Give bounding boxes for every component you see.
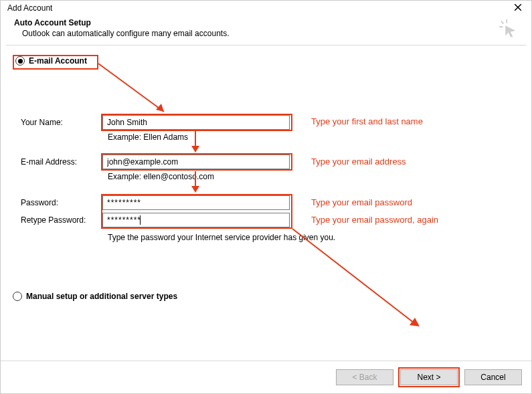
radio-icon xyxy=(13,292,22,301)
svg-line-12 xyxy=(292,229,417,325)
annotation-name: Type your first and last name xyxy=(311,116,423,126)
label-retype: Retype Password: xyxy=(21,215,86,225)
label-email-address: E-mail Address: xyxy=(21,157,77,167)
text-caret xyxy=(140,215,141,225)
your-name-input[interactable] xyxy=(102,115,290,130)
annotation-password: Type your email password xyxy=(311,197,412,207)
label-your-name: Your Name: xyxy=(21,118,63,127)
svg-marker-13 xyxy=(410,318,420,326)
example-name: Example: Ellen Adams xyxy=(108,132,188,142)
svg-marker-5 xyxy=(505,25,515,37)
window-title: Add Account xyxy=(7,3,52,13)
example-email: Example: ellen@contoso.com xyxy=(108,172,214,181)
radio-manual-setup[interactable]: Manual setup or additional server types xyxy=(13,292,177,301)
page-title: Auto Account Setup xyxy=(14,18,230,27)
retype-password-input[interactable] xyxy=(102,213,290,227)
radio-icon xyxy=(15,56,25,66)
close-icon[interactable] xyxy=(511,3,525,13)
password-input[interactable] xyxy=(102,195,290,210)
svg-marker-7 xyxy=(156,104,164,112)
next-button[interactable]: Next > xyxy=(400,369,458,385)
radio-email-account[interactable]: E-mail Account xyxy=(15,56,87,66)
password-note: Type the password your Internet service … xyxy=(108,233,335,242)
radio-email-label: E-mail Account xyxy=(29,56,87,66)
svg-line-6 xyxy=(98,64,164,112)
wizard-cursor-icon xyxy=(498,18,518,38)
annotation-email: Type your email address xyxy=(311,157,406,167)
back-button[interactable]: < Back xyxy=(336,369,393,385)
page-subtitle: Outlook can automatically configure many… xyxy=(14,29,230,38)
email-address-input[interactable] xyxy=(102,155,290,169)
svg-marker-9 xyxy=(191,146,199,153)
radio-manual-label: Manual setup or additional server types xyxy=(26,292,177,301)
svg-marker-11 xyxy=(191,186,199,193)
annotation-retype: Type your email password, again xyxy=(311,215,438,225)
cancel-button[interactable]: Cancel xyxy=(464,369,522,385)
label-password: Password: xyxy=(21,198,58,207)
svg-line-4 xyxy=(501,21,504,24)
